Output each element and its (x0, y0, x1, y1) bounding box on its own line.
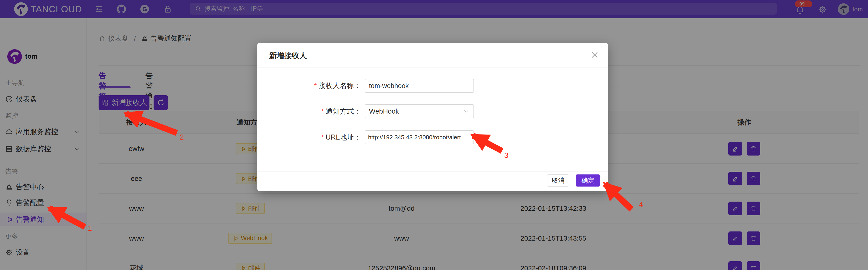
method-select[interactable]: WebHook (365, 104, 474, 119)
required-asterisk: * (321, 134, 324, 141)
modal-title: 新增接收人 (269, 50, 307, 61)
confirm-button[interactable]: 确定 (576, 174, 600, 187)
app-screen: TANCLOUD G (0, 0, 868, 270)
close-icon[interactable] (590, 50, 600, 60)
url-field-label: * URL地址： (265, 130, 361, 144)
name-field-label: * 接收人名称： (265, 79, 361, 93)
modal-footer-divider (257, 171, 608, 172)
chevron-down-icon (463, 108, 469, 114)
cancel-button[interactable]: 取消 (547, 174, 569, 187)
required-asterisk: * (321, 108, 324, 115)
add-receiver-modal: 新增接收人 * 接收人名称： * 通知方式： WebHook * URL地址： … (257, 43, 608, 191)
method-select-value: WebHook (369, 107, 399, 115)
modal-header-divider (257, 67, 608, 68)
receiver-name-input[interactable] (365, 79, 474, 93)
url-input[interactable] (365, 130, 474, 144)
required-asterisk: * (314, 82, 317, 90)
method-field-label: * 通知方式： (265, 104, 361, 119)
